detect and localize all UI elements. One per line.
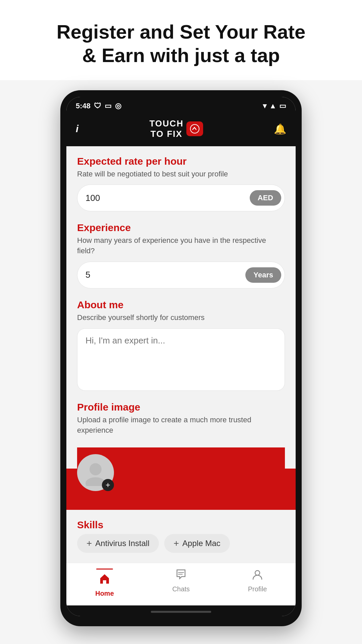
- app-logo: TOUCH TO FIX: [149, 118, 203, 139]
- rate-input-group: AED: [77, 184, 285, 211]
- page-title: Register and Set Your Rate & Earn with j…: [27, 20, 335, 67]
- nav-active-indicator: [96, 569, 113, 570]
- about-textarea-group: [77, 328, 285, 391]
- about-section: About me Describe yourself shortly for c…: [77, 299, 285, 391]
- svg-point-0: [190, 124, 199, 133]
- chats-icon: [175, 569, 187, 583]
- rate-section: Expected rate per hour Rate will be nego…: [77, 156, 285, 212]
- svg-point-5: [255, 571, 260, 575]
- skills-row: + Antivirus Install + Apple Mac: [77, 534, 285, 553]
- experience-title: Experience: [77, 222, 285, 233]
- skills-title: Skills: [77, 519, 285, 531]
- status-right: ▾ ▲ ▭: [263, 102, 286, 110]
- about-title: About me: [77, 299, 285, 311]
- phone-mockup: 5:48 🛡 ▭ ◎ ▾ ▲ ▭ i TOUCH TO FIX: [60, 90, 302, 626]
- main-content: Expected rate per hour Rate will be nego…: [66, 146, 296, 391]
- experience-section: Experience How many years of experience …: [77, 222, 285, 288]
- about-description: Describe yourself shortly for customers: [77, 313, 285, 323]
- skills-section: Skills + Antivirus Install + Apple Mac: [66, 510, 296, 553]
- sim-icon: ▭: [105, 102, 112, 110]
- skill-plus-icon-2: +: [174, 539, 179, 548]
- phone-bottom-bar: [66, 605, 296, 616]
- status-bar: 5:48 🛡 ▭ ◎ ▾ ▲ ▭: [66, 97, 296, 114]
- rate-title: Expected rate per hour: [77, 156, 285, 167]
- phone-screen: 5:48 🛡 ▭ ◎ ▾ ▲ ▭ i TOUCH TO FIX: [66, 97, 296, 616]
- about-textarea[interactable]: [85, 335, 277, 382]
- profile-avatar-area: +: [77, 447, 285, 500]
- app-header: i TOUCH TO FIX 🔔: [66, 114, 296, 146]
- home-icon: [99, 573, 111, 588]
- chats-label: Chats: [172, 585, 190, 593]
- profile-section-header: Profile image Upload a profile image to …: [77, 401, 285, 448]
- skill-antivirus-label: Antivirus Install: [95, 539, 149, 548]
- record-icon: ◎: [115, 102, 121, 110]
- rate-currency-badge: AED: [250, 190, 281, 206]
- avatar-container[interactable]: +: [77, 454, 114, 491]
- battery-icon: ▭: [279, 102, 286, 110]
- wifi-icon: ▾: [263, 102, 266, 110]
- profile-label: Profile: [248, 585, 267, 593]
- page-header: Register and Set Your Rate & Earn with j…: [0, 0, 362, 80]
- info-button[interactable]: i: [76, 123, 78, 135]
- experience-unit-badge: Years: [245, 267, 281, 283]
- profile-image-desc: Upload a profile image to create a much …: [77, 415, 285, 436]
- nav-item-home[interactable]: Home: [84, 569, 125, 597]
- rate-description: Rate will be negotiated to best suit you…: [77, 169, 285, 179]
- shield-icon: 🛡: [94, 102, 101, 110]
- logo-icon: [186, 121, 203, 136]
- skill-tag-apple-mac[interactable]: + Apple Mac: [164, 534, 230, 553]
- skill-applemac-label: Apple Mac: [182, 539, 220, 548]
- bottom-navigation: Home Chats: [66, 563, 296, 605]
- home-indicator: [151, 611, 211, 613]
- logo-text: TOUCH TO FIX: [149, 118, 184, 139]
- status-left: 5:48 🛡 ▭ ◎: [76, 102, 121, 110]
- rate-input[interactable]: [85, 193, 250, 203]
- nav-item-profile[interactable]: Profile: [237, 569, 278, 597]
- nav-item-chats[interactable]: Chats: [161, 569, 201, 597]
- skill-tag-antivirus[interactable]: + Antivirus Install: [77, 534, 159, 553]
- experience-input-group: Years: [77, 262, 285, 288]
- notification-bell-icon[interactable]: 🔔: [274, 123, 286, 135]
- signal-icon: ▲: [269, 102, 277, 110]
- profile-image-label: Profile image: [77, 401, 285, 413]
- avatar-add-button[interactable]: +: [102, 479, 114, 491]
- profile-icon: [251, 569, 263, 583]
- experience-description: How many years of experience you have in…: [77, 235, 285, 256]
- experience-input[interactable]: [85, 270, 245, 280]
- home-label: Home: [95, 590, 114, 597]
- time-display: 5:48: [76, 102, 90, 110]
- skill-plus-icon: +: [86, 539, 92, 548]
- svg-point-1: [89, 463, 102, 475]
